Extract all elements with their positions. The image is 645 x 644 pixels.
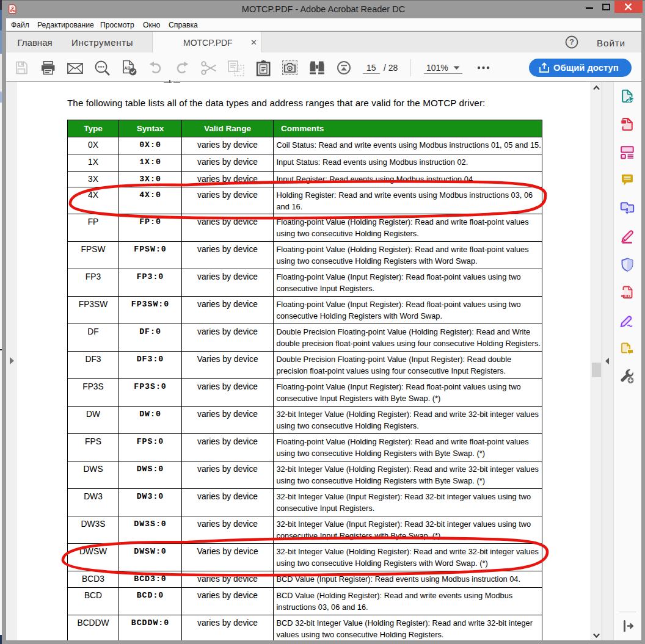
svg-text:?: ?: [569, 38, 574, 46]
svg-text:AB: AB: [124, 65, 130, 71]
